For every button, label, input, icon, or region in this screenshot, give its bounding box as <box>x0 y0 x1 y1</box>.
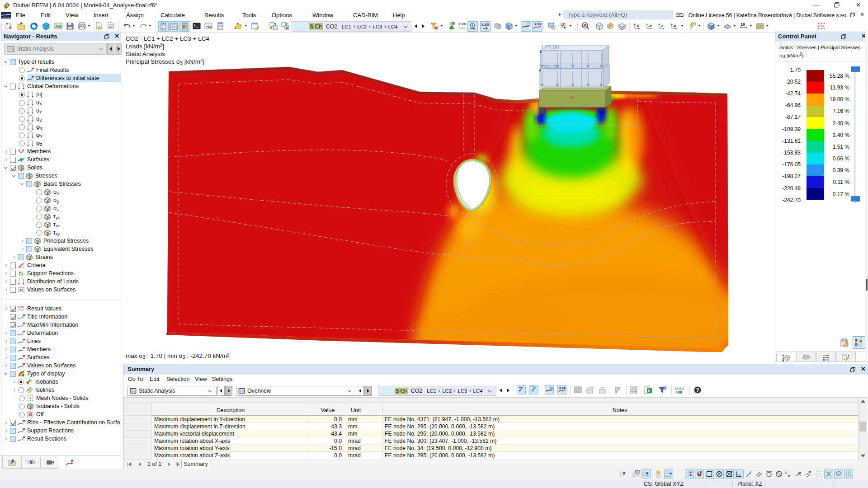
svg-text:Z: Z <box>661 24 663 28</box>
svg-text:?: ? <box>696 387 699 393</box>
svg-text:6: 6 <box>5 4 7 9</box>
svg-text:x.xx: x.xx <box>18 305 24 309</box>
svg-text:X.XX: X.XX <box>458 22 466 26</box>
svg-text:-X: -X <box>673 24 677 28</box>
svg-text:0,00: 0,00 <box>676 390 682 394</box>
svg-text:n: n <box>788 474 790 478</box>
svg-text:X.XX: X.XX <box>559 386 566 389</box>
svg-text:i/: i/ <box>785 471 788 475</box>
svg-text:>sc: >sc <box>206 24 212 28</box>
svg-text:-Y: -Y <box>648 24 652 28</box>
svg-text:X.XX: X.XX <box>534 23 542 26</box>
svg-text:10: 10 <box>741 22 745 27</box>
svg-text:X: X <box>637 24 639 28</box>
svg-text:100.00: 100.00 <box>541 64 559 70</box>
svg-text:X.XX: X.XX <box>481 23 489 27</box>
svg-text:125.00: 125.00 <box>541 44 559 51</box>
svg-text:xx: xx <box>19 288 23 291</box>
